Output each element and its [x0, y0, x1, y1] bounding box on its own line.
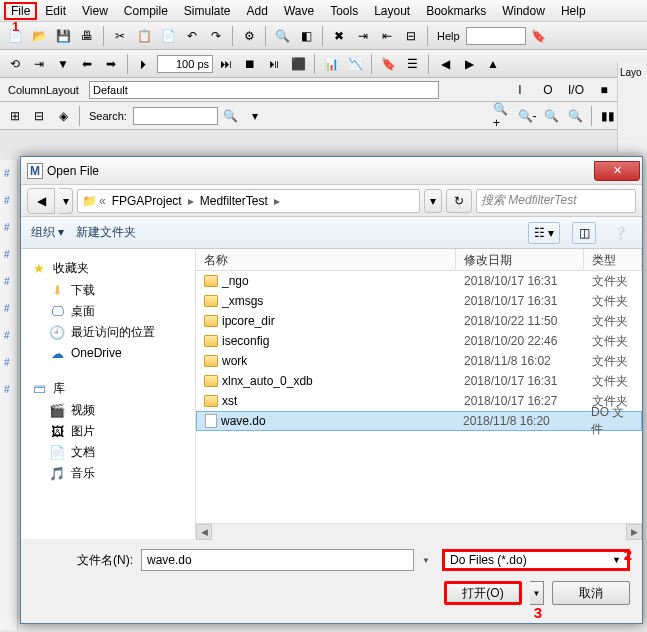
- view-mode-button[interactable]: ☷ ▾: [528, 222, 560, 244]
- column-layout-select[interactable]: [89, 81, 439, 99]
- nav-back-button[interactable]: ◀: [27, 188, 55, 214]
- break2-icon[interactable]: ⏹: [239, 53, 261, 75]
- redo-icon[interactable]: ↷: [205, 25, 227, 47]
- run-fwd-icon[interactable]: ➡: [100, 53, 122, 75]
- sidebar-recent[interactable]: 🕘最近访问的位置: [21, 322, 195, 343]
- menu-compile[interactable]: Compile: [116, 2, 176, 20]
- sidebar-pictures[interactable]: 🖼图片: [21, 421, 195, 442]
- menu-simulate[interactable]: Simulate: [176, 2, 239, 20]
- copy-icon[interactable]: 📋: [133, 25, 155, 47]
- toggle-icon[interactable]: ◧: [295, 25, 317, 47]
- filename-input[interactable]: [141, 549, 414, 571]
- search-input[interactable]: [133, 107, 218, 125]
- breadcrumb[interactable]: 📁 « FPGAProject ▸ MedfilterTest ▸: [77, 189, 420, 213]
- io-int[interactable]: ■: [593, 79, 615, 101]
- cancel-button[interactable]: 取消: [552, 581, 630, 605]
- breadcrumb-drop[interactable]: ▾: [424, 189, 442, 213]
- help-icon[interactable]: ❔: [608, 222, 632, 244]
- wave-bars-icon[interactable]: ▮▮: [597, 105, 619, 127]
- scroll-right-icon[interactable]: ▶: [626, 524, 642, 540]
- undo-icon[interactable]: ↶: [181, 25, 203, 47]
- run-back-icon[interactable]: ⬅: [76, 53, 98, 75]
- close-button[interactable]: ✕: [594, 161, 640, 181]
- search-folder-input[interactable]: 搜索 MedfilterTest: [476, 189, 636, 213]
- refresh-button[interactable]: ↻: [446, 189, 472, 213]
- io-io[interactable]: I/O: [565, 79, 587, 101]
- menu-layout[interactable]: Layout: [366, 2, 418, 20]
- up-icon[interactable]: ▲: [482, 53, 504, 75]
- run-step-icon[interactable]: ⇥: [28, 53, 50, 75]
- sidebar-onedrive[interactable]: ☁OneDrive: [21, 343, 195, 363]
- file-row[interactable]: _xmsgs2018/10/17 16:31文件夹: [196, 291, 642, 311]
- zoom-in-icon[interactable]: 🔍+: [492, 105, 514, 127]
- run-all-icon[interactable]: ⏭: [215, 53, 237, 75]
- file-row[interactable]: wave.do2018/11/8 16:20DO 文件: [196, 411, 642, 431]
- run-time-input[interactable]: [157, 55, 213, 73]
- col-date[interactable]: 修改日期: [456, 249, 584, 270]
- menu-window[interactable]: Window: [494, 2, 553, 20]
- menu-help[interactable]: Help: [553, 2, 594, 20]
- compile-icon[interactable]: ⚙: [238, 25, 260, 47]
- col-name[interactable]: 名称: [196, 249, 456, 270]
- run-icon[interactable]: ⏵: [133, 53, 155, 75]
- menu-file[interactable]: File: [4, 2, 37, 20]
- tree-icon[interactable]: ◈: [52, 105, 74, 127]
- menu-add[interactable]: Add: [239, 2, 276, 20]
- nav-history-button[interactable]: ▾: [59, 188, 73, 214]
- prev-icon[interactable]: ◀: [434, 53, 456, 75]
- open-button[interactable]: 打开(O): [444, 581, 522, 605]
- io-i[interactable]: I: [509, 79, 531, 101]
- cut-icon[interactable]: ✂: [109, 25, 131, 47]
- paste-icon[interactable]: 📄: [157, 25, 179, 47]
- open-icon[interactable]: 📂: [28, 25, 50, 47]
- zoom-fit-icon[interactable]: 🔍: [540, 105, 562, 127]
- col-type[interactable]: 类型: [584, 249, 642, 270]
- break-icon[interactable]: ✖: [328, 25, 350, 47]
- menu-bookmarks[interactable]: Bookmarks: [418, 2, 494, 20]
- file-row[interactable]: iseconfig2018/10/20 22:46文件夹: [196, 331, 642, 351]
- step2-icon[interactable]: ⇤: [376, 25, 398, 47]
- menu-tools[interactable]: Tools: [322, 2, 366, 20]
- wave-add-icon[interactable]: 📊: [320, 53, 342, 75]
- file-row[interactable]: work2018/11/8 16:02文件夹: [196, 351, 642, 371]
- next-icon[interactable]: ▶: [458, 53, 480, 75]
- io-o[interactable]: O: [537, 79, 559, 101]
- help-input[interactable]: [466, 27, 526, 45]
- file-row[interactable]: xst2018/10/17 16:27文件夹: [196, 391, 642, 411]
- file-row[interactable]: ipcore_dir2018/10/22 11:50文件夹: [196, 311, 642, 331]
- expand-icon[interactable]: ⊞: [4, 105, 26, 127]
- search-go-icon[interactable]: 🔍: [220, 105, 242, 127]
- sidebar-favorites[interactable]: ★收藏夹: [21, 257, 195, 280]
- file-row[interactable]: _ngo2018/10/17 16:31文件夹: [196, 271, 642, 291]
- filetype-select[interactable]: Do Files (*.do) ▼: [442, 549, 630, 571]
- file-row[interactable]: xlnx_auto_0_xdb2018/10/17 16:31文件夹: [196, 371, 642, 391]
- open-drop-button[interactable]: ▼: [530, 581, 544, 605]
- wave-cfg-icon[interactable]: 📉: [344, 53, 366, 75]
- restart-icon[interactable]: ⟲: [4, 53, 26, 75]
- collapse-icon[interactable]: ⊟: [28, 105, 50, 127]
- sidebar-libraries[interactable]: 🗃库: [21, 377, 195, 400]
- continue-icon[interactable]: ⏯: [263, 53, 285, 75]
- menu-edit[interactable]: Edit: [37, 2, 74, 20]
- menu-view[interactable]: View: [74, 2, 116, 20]
- sidebar-downloads[interactable]: ⬇下载: [21, 280, 195, 301]
- organize-button[interactable]: 组织 ▾: [31, 224, 64, 241]
- zoom-out-icon[interactable]: 🔍-: [516, 105, 538, 127]
- find-icon[interactable]: 🔍: [271, 25, 293, 47]
- stop-icon[interactable]: ⬛: [287, 53, 309, 75]
- bookmark-icon[interactable]: 🔖: [377, 53, 399, 75]
- search-opt-icon[interactable]: ▾: [244, 105, 266, 127]
- newfolder-button[interactable]: 新建文件夹: [76, 224, 136, 241]
- save-icon[interactable]: 💾: [52, 25, 74, 47]
- cursor-icon[interactable]: ▼: [52, 53, 74, 75]
- sidebar-music[interactable]: 🎵音乐: [21, 463, 195, 484]
- help-go-icon[interactable]: 🔖: [528, 25, 550, 47]
- sidebar-videos[interactable]: 🎬视频: [21, 400, 195, 421]
- preview-button[interactable]: ◫: [572, 222, 596, 244]
- zoom-sel-icon[interactable]: 🔍: [564, 105, 586, 127]
- breadcrumb-item-2[interactable]: MedfilterTest: [196, 194, 272, 208]
- filename-drop-icon[interactable]: ▼: [422, 556, 434, 565]
- sidebar-desktop[interactable]: 🖵桌面: [21, 301, 195, 322]
- scroll-left-icon[interactable]: ◀: [196, 524, 212, 540]
- sidebar-documents[interactable]: 📄文档: [21, 442, 195, 463]
